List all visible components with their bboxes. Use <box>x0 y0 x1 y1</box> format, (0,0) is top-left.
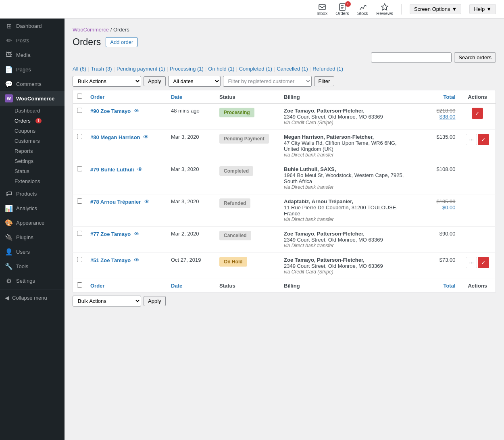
select-all-header[interactable] <box>73 90 87 104</box>
date-cell: Mar 3, 2020 <box>167 162 215 194</box>
price: $73.00 <box>415 257 456 263</box>
page-title: Orders <box>73 37 101 48</box>
date-cell: Oct 27, 2019 <box>167 253 215 279</box>
date-column-header[interactable]: Date <box>167 90 215 104</box>
sidebar-item-users[interactable]: 👤 Users <box>0 244 65 259</box>
reviews-icon[interactable]: Reviews <box>376 3 393 16</box>
order-link[interactable]: #79 Buhle Luthuli <box>90 167 134 173</box>
order-footer-header[interactable]: Order <box>86 279 167 292</box>
sidebar-item-dashboard[interactable]: ⊞ Dashboard <box>0 19 65 33</box>
sidebar-item-analytics[interactable]: 📊 Analytics <box>0 201 65 215</box>
sidebar-item-woo-dashboard[interactable]: Dashboard <box>15 106 65 116</box>
order-link[interactable]: #51 Zoe Tamayo <box>90 257 131 263</box>
status-filter-pending[interactable]: Pending payment (1) <box>117 66 165 72</box>
price: $108.00 <box>415 166 456 172</box>
total-cell: $90.00 <box>411 227 460 253</box>
breadcrumb-link[interactable]: WooCommerce <box>73 27 109 33</box>
help-button[interactable]: Help ▼ <box>469 4 496 14</box>
select-all-footer[interactable] <box>73 279 87 292</box>
actions-column-header: Actions <box>460 90 496 104</box>
order-link[interactable]: #78 Arnou Trépanier <box>90 199 141 205</box>
status-filter-trash[interactable]: Trash (3) <box>91 66 112 72</box>
sidebar-item-tools[interactable]: 🔧 Tools <box>0 259 65 273</box>
sidebar-item-settings[interactable]: ⚙ Settings <box>0 273 65 288</box>
status-filter-completed[interactable]: Completed (1) <box>239 66 272 72</box>
apply-button[interactable]: Apply <box>144 76 166 86</box>
sidebar-item-posts[interactable]: ✏ Posts <box>0 33 65 48</box>
search-orders-button[interactable]: Search orders <box>454 52 496 63</box>
sidebar-item-plugins[interactable]: 🔌 Plugins <box>0 230 65 244</box>
filter-button[interactable]: Filter <box>314 76 335 86</box>
sidebar: ⊞ Dashboard ✏ Posts 🖼 Media 📄 Pages 💬 Co… <box>0 19 65 440</box>
customer-filter-select[interactable]: Filter by registered customer <box>223 76 312 87</box>
row-checkbox[interactable] <box>77 166 82 171</box>
plugins-icon: 🔌 <box>5 233 13 241</box>
status-cell: Pending payment <box>215 130 280 162</box>
orders-badge: 1 <box>345 1 351 7</box>
screen-options-button[interactable]: Screen Options ▼ <box>410 4 461 14</box>
total-column-header[interactable]: Total <box>411 90 460 104</box>
date-footer-header[interactable]: Date <box>167 279 215 292</box>
row-checkbox[interactable] <box>77 231 82 236</box>
sidebar-item-woo-status[interactable]: Status <box>15 166 65 176</box>
status-badge: Processing <box>219 108 254 117</box>
status-filter-all[interactable]: All (6) <box>73 66 86 72</box>
view-order-icon[interactable]: 👁 <box>134 108 140 114</box>
complete-order-button[interactable]: ✓ <box>478 257 489 268</box>
top-toolbar: Bulk Actions Apply All dates Filter by r… <box>73 76 496 87</box>
status-filter-processing[interactable]: Processing (1) <box>170 66 204 72</box>
status-filter-cancelled[interactable]: Cancelled (1) <box>277 66 308 72</box>
select-all-footer-checkbox[interactable] <box>77 282 82 288</box>
inbox-icon[interactable]: Inbox <box>317 3 327 16</box>
sidebar-item-woo-customers[interactable]: Customers <box>15 136 65 146</box>
order-link[interactable]: #77 Zoe Tamayo <box>90 231 131 237</box>
view-order-icon[interactable]: 👁 <box>134 257 140 263</box>
total-footer-header[interactable]: Total <box>411 279 460 292</box>
order-link[interactable]: #90 Zoe Tamayo <box>90 108 131 114</box>
orders-top-icon[interactable]: 1 Orders <box>335 3 349 16</box>
bulk-actions-select[interactable]: Bulk Actions <box>73 76 141 87</box>
complete-order-button[interactable]: ✓ <box>472 108 483 119</box>
sidebar-item-comments[interactable]: 💬 Comments <box>0 77 65 91</box>
sidebar-item-woo-orders[interactable]: Orders 1 <box>15 116 65 126</box>
price-current[interactable]: $38.00 <box>415 114 456 120</box>
sidebar-item-woo-reports[interactable]: Reports <box>15 146 65 156</box>
view-order-icon[interactable]: 👁 <box>144 198 150 205</box>
sidebar-item-woo-coupons[interactable]: Coupons <box>15 126 65 136</box>
add-order-button[interactable]: Add order <box>106 37 137 47</box>
order-link[interactable]: #80 Megan Harrison <box>90 134 140 140</box>
search-input[interactable] <box>371 52 452 63</box>
row-checkbox-cell <box>73 104 87 130</box>
status-filter-on-hold[interactable]: On hold (1) <box>208 66 234 72</box>
order-column-header[interactable]: Order <box>86 90 167 104</box>
sidebar-item-label: WooCommerce <box>16 96 54 102</box>
collapse-menu-item[interactable]: ◀ Collapse menu <box>0 292 65 304</box>
stock-icon[interactable]: Stock <box>357 3 369 16</box>
sidebar-item-appearance[interactable]: 🎨 Appearance <box>0 215 65 230</box>
bulk-actions-bottom-select[interactable]: Bulk Actions <box>73 296 141 307</box>
status-filter-refunded[interactable]: Refunded (1) <box>312 66 343 72</box>
sidebar-item-woo-extensions[interactable]: Extensions <box>15 176 65 186</box>
view-order-icon[interactable]: 👁 <box>143 134 149 140</box>
row-checkbox[interactable] <box>77 134 82 139</box>
apply-bottom-button[interactable]: Apply <box>144 296 166 306</box>
date-filter-select[interactable]: All dates <box>168 76 221 87</box>
sidebar-item-media[interactable]: 🖼 Media <box>0 48 65 62</box>
appearance-icon: 🎨 <box>5 219 13 227</box>
sidebar-item-products[interactable]: 🏷 Products <box>0 186 65 201</box>
row-checkbox[interactable] <box>77 108 82 113</box>
status-badge: Cancelled <box>219 231 251 240</box>
sidebar-item-woo-settings[interactable]: Settings <box>15 156 65 166</box>
view-order-icon[interactable]: 👁 <box>134 231 140 237</box>
row-checkbox[interactable] <box>77 198 82 204</box>
more-actions-button[interactable]: ··· <box>466 134 477 145</box>
price-current[interactable]: $0.00 <box>415 204 456 211</box>
status-badge: Completed <box>219 166 253 176</box>
sidebar-item-woocommerce[interactable]: W WooCommerce <box>0 91 65 106</box>
row-checkbox[interactable] <box>77 257 82 262</box>
select-all-checkbox[interactable] <box>77 94 82 99</box>
more-actions-button[interactable]: ··· <box>466 257 477 268</box>
complete-order-button[interactable]: ✓ <box>478 134 489 145</box>
view-order-icon[interactable]: 👁 <box>137 166 143 173</box>
sidebar-item-pages[interactable]: 📄 Pages <box>0 62 65 77</box>
